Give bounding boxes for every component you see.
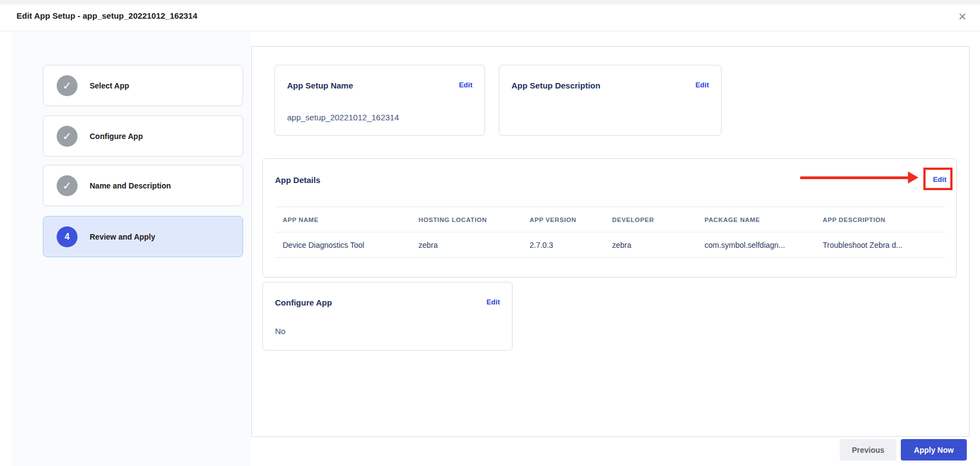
table-cell: com.symbol.selfdiagn... bbox=[697, 232, 815, 257]
card-title: App Setup Description bbox=[511, 81, 601, 90]
card-title: App Setup Name bbox=[287, 81, 353, 90]
apply-now-button[interactable]: Apply Now bbox=[901, 439, 967, 461]
app-setup-name-value: app_setup_20221012_162314 bbox=[287, 113, 399, 122]
step-name-and-description[interactable]: ✓ Name and Description bbox=[43, 165, 243, 206]
step-label: Configure App bbox=[90, 132, 143, 141]
configure-app-value: No bbox=[275, 326, 285, 336]
previous-button[interactable]: Previous bbox=[840, 439, 896, 461]
configure-app-edit-link[interactable]: Edit bbox=[486, 298, 500, 306]
table-header-cell: PACKAGE NAME bbox=[697, 207, 815, 232]
configure-app-card: Configure App Edit No bbox=[262, 282, 513, 351]
card-title: Configure App bbox=[275, 298, 332, 307]
app-details-table: APP NAMEHOSTING LOCATIONAPP VERSIONDEVEL… bbox=[275, 207, 945, 258]
dialog-title: Edit App Setup - app_setup_20221012_1623… bbox=[16, 11, 197, 20]
red-arrow-line bbox=[800, 176, 909, 179]
check-icon: ✓ bbox=[57, 126, 78, 147]
red-arrow-head-icon bbox=[908, 171, 918, 184]
step-select-app[interactable]: ✓ Select App bbox=[43, 65, 243, 106]
step-label: Select App bbox=[90, 81, 129, 90]
step-configure-app[interactable]: ✓ Configure App bbox=[43, 115, 243, 157]
table-header-cell: APP DESCRIPTION bbox=[815, 207, 945, 232]
app-setup-name-card: App Setup Name Edit app_setup_20221012_1… bbox=[274, 65, 485, 136]
page-background-strip bbox=[0, 0, 980, 4]
step-label: Review and Apply bbox=[90, 232, 155, 241]
card-title: App Details bbox=[275, 175, 321, 185]
close-icon[interactable]: ✕ bbox=[954, 8, 971, 25]
table-row: Device Diagnostics Toolzebra2.7.0.3zebra… bbox=[275, 232, 945, 258]
step-review-and-apply[interactable]: 4 Review and Apply bbox=[43, 216, 243, 257]
table-header-cell: APP NAME bbox=[275, 207, 411, 232]
step-number-badge: 4 bbox=[57, 226, 78, 247]
check-icon: ✓ bbox=[57, 75, 78, 96]
app-setup-description-card: App Setup Description Edit bbox=[499, 65, 722, 136]
table-header-row: APP NAMEHOSTING LOCATIONAPP VERSIONDEVEL… bbox=[275, 207, 945, 232]
step-label: Name and Description bbox=[90, 181, 171, 190]
dialog-header: Edit App Setup - app_setup_20221012_1623… bbox=[0, 4, 980, 31]
edit-app-setup-dialog: Edit App Setup - app_setup_20221012_1623… bbox=[0, 0, 980, 466]
table-cell: Device Diagnostics Tool bbox=[275, 232, 411, 257]
app-setup-name-edit-link[interactable]: Edit bbox=[459, 81, 472, 89]
table-cell: 2.7.0.3 bbox=[522, 232, 604, 257]
check-icon: ✓ bbox=[57, 175, 78, 196]
table-header-cell: HOSTING LOCATION bbox=[411, 207, 522, 232]
table-cell: Troubleshoot Zebra d... bbox=[815, 232, 945, 257]
table-header-cell: APP VERSION bbox=[522, 207, 604, 232]
red-highlight-box bbox=[923, 168, 953, 190]
table-cell: zebra bbox=[411, 232, 522, 257]
table-header-cell: DEVELOPER bbox=[604, 207, 697, 232]
wizard-steps-sidebar: ✓ Select App ✓ Configure App ✓ Name and … bbox=[12, 32, 251, 466]
table-cell: zebra bbox=[604, 232, 697, 257]
app-setup-description-edit-link[interactable]: Edit bbox=[695, 81, 709, 89]
